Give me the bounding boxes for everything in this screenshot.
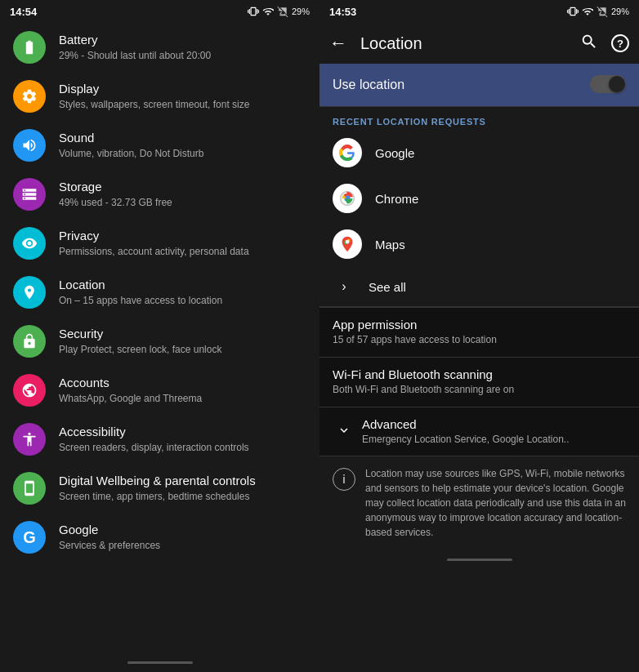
google-location-item[interactable]: Google bbox=[320, 130, 639, 176]
svg-point-3 bbox=[346, 240, 350, 244]
app-permission-item[interactable]: App permission 15 of 57 apps have access… bbox=[320, 308, 639, 357]
maps-app-icon bbox=[333, 229, 362, 259]
setting-storage[interactable]: Storage 49% used - 32.73 GB free bbox=[0, 170, 320, 219]
search-icon[interactable] bbox=[580, 33, 598, 55]
see-all-item[interactable]: › See all bbox=[320, 267, 639, 306]
location-icon bbox=[13, 276, 46, 309]
setting-sound[interactable]: Sound Volume, vibration, Do Not Disturb bbox=[0, 121, 320, 170]
digital-title: Digital Wellbeing & parental controls bbox=[59, 473, 306, 489]
digital-icon bbox=[13, 472, 46, 505]
privacy-icon bbox=[13, 227, 46, 260]
toggle-thumb bbox=[609, 76, 625, 92]
setting-battery[interactable]: Battery 29% - Should last until about 20… bbox=[0, 23, 320, 72]
maps-location-item[interactable]: Maps bbox=[320, 221, 639, 267]
vibrate-icon bbox=[248, 6, 259, 17]
sound-svg bbox=[21, 137, 38, 154]
sound-icon bbox=[13, 129, 46, 162]
accounts-svg bbox=[21, 382, 38, 398]
battery-text: 29% bbox=[292, 7, 310, 16]
setting-google[interactable]: G Google Services & preferences bbox=[0, 513, 320, 562]
info-icon: i bbox=[333, 468, 355, 491]
right-battery-text: 29% bbox=[611, 7, 629, 16]
privacy-text-block: Privacy Permissions, account activity, p… bbox=[59, 228, 306, 258]
chrome-location-item[interactable]: Chrome bbox=[320, 176, 639, 221]
storage-title: Storage bbox=[59, 179, 306, 195]
security-subtitle: Play Protect, screen lock, face unlock bbox=[59, 343, 306, 357]
security-icon bbox=[13, 325, 46, 358]
privacy-title: Privacy bbox=[59, 228, 306, 244]
see-all-label: See all bbox=[369, 280, 406, 294]
header-icons: ? bbox=[580, 33, 629, 55]
privacy-subtitle: Permissions, account activity, personal … bbox=[59, 245, 306, 259]
see-all-chevron-icon: › bbox=[333, 275, 355, 298]
chrome-svg bbox=[338, 189, 356, 207]
advanced-item[interactable]: Advanced Emergency Location Service, Goo… bbox=[320, 407, 639, 456]
accessibility-text-block: Accessibility Screen readers, display, i… bbox=[59, 424, 306, 454]
recent-section-header: RECENT LOCATION REQUESTS bbox=[320, 107, 639, 130]
left-status-icons: 29% bbox=[248, 6, 310, 17]
display-svg bbox=[21, 88, 38, 105]
battery-subtitle: 29% - Should last until about 20:00 bbox=[59, 49, 306, 63]
advanced-subtitle: Emergency Location Service, Google Locat… bbox=[362, 433, 626, 447]
google-title: Google bbox=[59, 522, 306, 538]
page-title: Location bbox=[360, 34, 580, 53]
accessibility-icon bbox=[13, 423, 46, 456]
digital-text-block: Digital Wellbeing & parental controls Sc… bbox=[59, 473, 306, 503]
advanced-title: Advanced bbox=[362, 417, 626, 431]
privacy-note: i Location may use sources like GPS, Wi-… bbox=[320, 456, 639, 550]
location-subtitle: On – 15 apps have access to location bbox=[59, 294, 306, 308]
google-icon: G bbox=[13, 521, 46, 554]
privacy-svg bbox=[21, 235, 38, 251]
use-location-toggle[interactable] bbox=[590, 75, 626, 95]
setting-location[interactable]: Location On – 15 apps have access to loc… bbox=[0, 268, 320, 317]
location-header: ← Location ? bbox=[320, 23, 639, 64]
help-icon[interactable]: ? bbox=[611, 34, 629, 52]
accounts-subtitle: WhatsApp, Google and Threema bbox=[59, 392, 306, 406]
google-app-name: Google bbox=[375, 146, 414, 160]
right-time: 14:53 bbox=[329, 6, 356, 18]
info-section: App permission 15 of 57 apps have access… bbox=[320, 307, 639, 456]
chrome-app-name: Chrome bbox=[375, 192, 418, 206]
battery-svg bbox=[21, 39, 38, 56]
wifi-scanning-title: Wi-Fi and Bluetooth scanning bbox=[333, 367, 626, 381]
location-text-block: Location On – 15 apps have access to loc… bbox=[59, 277, 306, 307]
right-vibrate-icon bbox=[567, 6, 579, 17]
accounts-icon bbox=[13, 374, 46, 407]
setting-display[interactable]: Display Styles, wallpapers, screen timeo… bbox=[0, 72, 320, 121]
digital-subtitle: Screen time, app timers, bedtime schedul… bbox=[59, 490, 306, 504]
left-home-indicator bbox=[127, 661, 193, 664]
accessibility-subtitle: Screen readers, display, interaction con… bbox=[59, 441, 306, 455]
setting-security[interactable]: Security Play Protect, screen lock, face… bbox=[0, 317, 320, 366]
right-status-icons: 29% bbox=[567, 6, 629, 17]
google-app-icon bbox=[333, 138, 362, 167]
app-permission-subtitle: 15 of 57 apps have access to location bbox=[333, 333, 626, 347]
right-signal-icon bbox=[597, 6, 608, 17]
right-home-indicator bbox=[447, 559, 512, 561]
setting-accounts[interactable]: Accounts WhatsApp, Google and Threema bbox=[0, 366, 320, 415]
google-g-svg bbox=[338, 144, 356, 162]
setting-digital[interactable]: Digital Wellbeing & parental controls Sc… bbox=[0, 464, 320, 513]
wifi-scanning-subtitle: Both Wi-Fi and Bluetooth scanning are on bbox=[333, 383, 626, 397]
storage-text-block: Storage 49% used - 32.73 GB free bbox=[59, 179, 306, 209]
display-title: Display bbox=[59, 81, 306, 97]
storage-subtitle: 49% used - 32.73 GB free bbox=[59, 196, 306, 210]
wifi-scanning-item[interactable]: Wi-Fi and Bluetooth scanning Both Wi-Fi … bbox=[320, 358, 639, 407]
use-location-bar[interactable]: Use location bbox=[320, 64, 639, 106]
accounts-title: Accounts bbox=[59, 375, 306, 391]
location-svg bbox=[21, 284, 38, 300]
app-permission-title: App permission bbox=[333, 318, 626, 332]
setting-accessibility[interactable]: Accessibility Screen readers, display, i… bbox=[0, 415, 320, 464]
accessibility-svg bbox=[21, 431, 38, 447]
location-title: Location bbox=[59, 277, 306, 293]
left-settings-list: Battery 29% - Should last until about 20… bbox=[0, 23, 320, 652]
display-icon bbox=[13, 80, 46, 113]
sound-text-block: Sound Volume, vibration, Do Not Disturb bbox=[59, 130, 306, 160]
back-button[interactable]: ← bbox=[329, 29, 354, 57]
right-wifi-icon bbox=[582, 6, 593, 17]
right-bottom-bar bbox=[320, 550, 639, 569]
search-svg bbox=[580, 33, 598, 51]
security-title: Security bbox=[59, 326, 306, 342]
setting-privacy[interactable]: Privacy Permissions, account activity, p… bbox=[0, 219, 320, 268]
accessibility-title: Accessibility bbox=[59, 424, 306, 440]
battery-title: Battery bbox=[59, 32, 306, 48]
